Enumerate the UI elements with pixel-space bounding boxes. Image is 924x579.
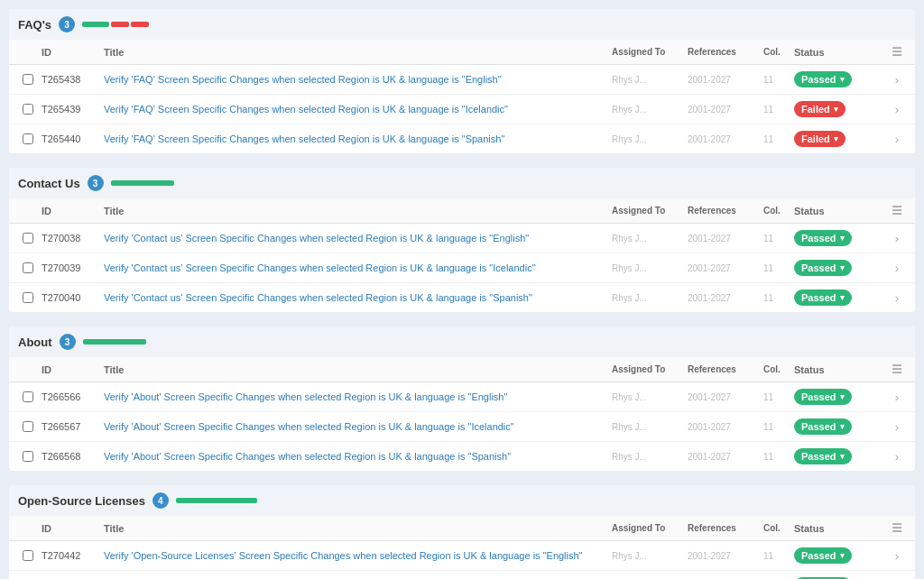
row-title[interactable]: Verify 'FAQ' Screen Specific Changes whe… (104, 74, 608, 85)
checkbox-input[interactable] (23, 233, 33, 244)
row-expand-arrow[interactable]: › (888, 262, 906, 275)
row-references: 2001-2027 (688, 75, 760, 85)
status-badge[interactable]: Passed▾ (794, 418, 852, 435)
row-title[interactable]: Verify 'Contact us' Screen Specific Chan… (104, 262, 608, 273)
progress-bar-faqs (82, 22, 149, 27)
row-expand-arrow[interactable]: › (888, 450, 906, 464)
row-checkbox (18, 74, 38, 85)
checkbox-input[interactable] (23, 421, 33, 432)
col-header-assigned: Assigned To (612, 206, 684, 216)
row-expand-arrow[interactable]: › (888, 103, 906, 116)
progress-segment-3-0 (176, 498, 257, 503)
row-title[interactable]: Verify 'FAQ' Screen Specific Changes whe… (104, 133, 608, 144)
row-col: 11 (763, 422, 790, 432)
status-badge[interactable]: Passed▾ (794, 71, 852, 87)
progress-segment-0-2 (131, 22, 149, 27)
row-col: 11 (763, 105, 790, 115)
col-header-id: ID (42, 206, 100, 216)
row-id: T265438 (42, 74, 100, 85)
row-title[interactable]: Verify 'About' Screen Specific Changes w… (104, 451, 608, 462)
checkbox-input[interactable] (23, 451, 33, 462)
row-id: T265440 (42, 133, 100, 144)
checkbox-input[interactable] (23, 391, 33, 402)
status-text: Failed (801, 133, 830, 144)
row-expand-arrow[interactable]: › (888, 133, 906, 146)
row-checkbox (18, 451, 38, 462)
row-id: T270442 (42, 550, 100, 561)
row-status-container: Passed▾ (794, 71, 884, 87)
checkbox-input[interactable] (23, 104, 33, 115)
row-expand-arrow[interactable]: › (888, 549, 906, 563)
checkbox-input[interactable] (23, 133, 33, 144)
row-title[interactable]: Verify 'About' Screen Specific Changes w… (104, 391, 608, 402)
col-header-references: References (688, 523, 760, 533)
col-header-id: ID (42, 364, 100, 375)
table-row: T270443Verify 'Open-Source Licenses' Scr… (9, 571, 915, 579)
table-row: T266567Verify 'About' Screen Specific Ch… (9, 412, 915, 442)
row-expand-arrow[interactable]: › (888, 420, 906, 434)
row-references: 2001-2027 (688, 234, 760, 244)
chevron-down-icon: ▾ (834, 134, 838, 143)
col-header-assigned: Assigned To (612, 364, 684, 374)
col-header-col: Col. (763, 206, 790, 216)
section-open-source-licenses: Open-Source Licenses4IDTitleAssigned ToR… (9, 485, 915, 579)
col-header-settings-icon[interactable]: ☰ (888, 204, 906, 217)
row-assigned: Rhys J... (612, 234, 684, 244)
row-id: T265439 (42, 104, 100, 115)
table-row: T270039Verify 'Contact us' Screen Specif… (9, 253, 915, 283)
status-badge[interactable]: Failed▾ (794, 101, 845, 117)
status-badge[interactable]: Passed▾ (794, 448, 852, 464)
col-header-settings-icon[interactable]: ☰ (888, 363, 906, 376)
row-id: T266568 (42, 451, 100, 462)
row-status-container: Failed▾ (794, 131, 884, 147)
row-title[interactable]: Verify 'About' Screen Specific Changes w… (104, 421, 608, 432)
status-badge[interactable]: Passed▾ (794, 230, 852, 246)
row-title[interactable]: Verify 'Open-Source Licenses' Screen Spe… (104, 550, 608, 561)
section-badge-faqs: 3 (59, 16, 75, 32)
row-checkbox (18, 421, 38, 432)
col-header-assigned: Assigned To (612, 523, 684, 533)
checkbox-input[interactable] (23, 74, 33, 85)
row-expand-arrow[interactable]: › (888, 232, 906, 245)
row-expand-arrow[interactable]: › (888, 291, 906, 305)
table-row: T270442Verify 'Open-Source Licenses' Scr… (9, 541, 915, 571)
col-header-status: Status (794, 47, 884, 58)
progress-segment-2-0 (83, 339, 146, 345)
status-badge[interactable]: Failed▾ (794, 131, 845, 147)
col-header-status: Status (794, 364, 884, 375)
section-header-contact-us: Contact Us3 (9, 168, 915, 198)
col-header-col: Col. (763, 47, 790, 57)
row-references: 2001-2027 (688, 452, 760, 462)
section-contact-us: Contact Us3IDTitleAssigned ToReferencesC… (9, 168, 915, 312)
row-title[interactable]: Verify 'Contact us' Screen Specific Chan… (104, 233, 608, 244)
checkbox-input[interactable] (23, 292, 33, 303)
checkbox-input[interactable] (23, 550, 33, 561)
chevron-down-icon: ▾ (840, 551, 845, 560)
table-header-contact-us: IDTitleAssigned ToReferencesCol.Status☰ (9, 198, 915, 224)
col-header-settings-icon[interactable]: ☰ (888, 45, 906, 59)
status-badge[interactable]: Passed▾ (794, 260, 852, 276)
checkbox-input[interactable] (23, 262, 33, 273)
status-text: Passed (801, 421, 836, 432)
status-badge[interactable]: Passed▾ (794, 290, 852, 306)
row-col: 11 (763, 551, 790, 561)
row-title[interactable]: Verify 'Contact us' Screen Specific Chan… (104, 292, 608, 303)
chevron-down-icon: ▾ (840, 263, 845, 272)
progress-bar-contact-us (111, 180, 174, 186)
row-references: 2001-2027 (688, 134, 760, 144)
status-text: Passed (801, 74, 836, 85)
col-header-references: References (688, 206, 760, 216)
section-header-open-source-licenses: Open-Source Licenses4 (9, 485, 915, 516)
row-references: 2001-2027 (688, 293, 760, 303)
row-expand-arrow[interactable]: › (888, 391, 906, 404)
row-col: 11 (763, 452, 790, 462)
row-expand-arrow[interactable]: › (888, 73, 906, 87)
status-text: Passed (801, 233, 836, 244)
row-id: T270038 (42, 233, 100, 244)
chevron-down-icon: ▾ (834, 105, 838, 114)
section-header-faqs: FAQ's3 (9, 9, 915, 40)
status-badge[interactable]: Passed▾ (794, 389, 852, 405)
col-header-settings-icon[interactable]: ☰ (888, 521, 906, 535)
row-title[interactable]: Verify 'FAQ' Screen Specific Changes whe… (104, 104, 608, 115)
status-badge[interactable]: Passed▾ (794, 547, 852, 564)
